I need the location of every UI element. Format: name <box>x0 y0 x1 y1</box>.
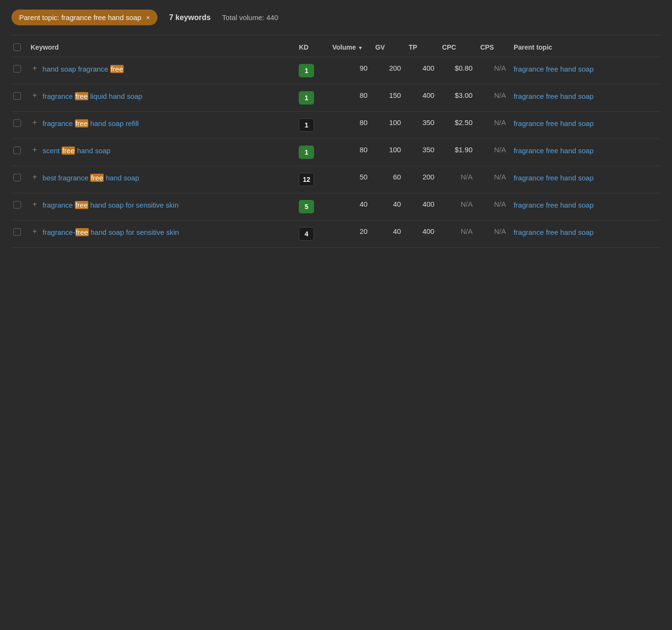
keyword-text-4[interactable]: best fragrance free hand soap <box>42 173 139 183</box>
row-checkbox-4[interactable] <box>13 174 21 181</box>
table-row: +fragrance free hand soap refill18010035… <box>11 112 661 139</box>
parent-topic-cell-3[interactable]: fragrance free hand soap <box>510 139 661 166</box>
cps-cell-3: N/A <box>476 139 510 166</box>
cps-cell-6: N/A <box>476 220 510 248</box>
col-header-kd[interactable]: KD <box>295 37 328 57</box>
cps-cell-1: N/A <box>476 84 510 112</box>
col-header-cpc[interactable]: CPC <box>438 37 476 57</box>
main-container: Parent topic: fragrance free hand soap ×… <box>0 0 672 257</box>
kd-cell-0: 1 <box>295 57 328 84</box>
keyword-cell-0: +hand soap fragrance free <box>27 57 295 84</box>
col-header-gv[interactable]: GV <box>371 37 405 57</box>
keyword-cell-2: +fragrance free hand soap refill <box>27 112 295 139</box>
add-keyword-btn-0[interactable]: + <box>31 64 39 73</box>
row-checkbox-3[interactable] <box>13 147 21 154</box>
cps-cell-5: N/A <box>476 193 510 220</box>
kd-cell-2: 1 <box>295 112 328 139</box>
volume-cell-1: 80 <box>328 84 371 112</box>
parent-topic-link-3[interactable]: fragrance free hand soap <box>514 147 594 155</box>
kd-badge-0: 1 <box>299 64 314 77</box>
tp-cell-0: 400 <box>405 57 438 84</box>
parent-topic-cell-5[interactable]: fragrance free hand soap <box>510 193 661 220</box>
parent-topic-link-0[interactable]: fragrance free hand soap <box>514 65 594 73</box>
gv-cell-3: 100 <box>371 139 405 166</box>
gv-cell-4: 60 <box>371 166 405 193</box>
col-header-tp[interactable]: TP <box>405 37 438 57</box>
keyword-cell-1: +fragrance free liquid hand soap <box>27 84 295 112</box>
parent-topic-cell-4[interactable]: fragrance free hand soap <box>510 166 661 193</box>
gv-cell-0: 200 <box>371 57 405 84</box>
parent-topic-badge[interactable]: Parent topic: fragrance free hand soap × <box>11 10 158 25</box>
row-checkbox-2[interactable] <box>13 119 21 127</box>
parent-topic-link-5[interactable]: fragrance free hand soap <box>514 201 594 209</box>
keyword-highlight: free <box>62 147 75 155</box>
col-header-cps[interactable]: CPS <box>476 37 510 57</box>
close-icon[interactable]: × <box>146 14 150 21</box>
row-checkbox-6[interactable] <box>13 228 21 236</box>
gv-cell-5: 40 <box>371 193 405 220</box>
keyword-text-5[interactable]: fragrance free hand soap for sensitive s… <box>42 200 178 210</box>
add-keyword-btn-6[interactable]: + <box>31 227 39 236</box>
parent-topic-cell-0[interactable]: fragrance free hand soap <box>510 57 661 84</box>
add-keyword-btn-1[interactable]: + <box>31 91 39 100</box>
keyword-cell-5: +fragrance free hand soap for sensitive … <box>27 193 295 220</box>
parent-topic-link-2[interactable]: fragrance free hand soap <box>514 119 594 127</box>
row-checkbox-1[interactable] <box>13 92 21 100</box>
cps-cell-4: N/A <box>476 166 510 193</box>
add-keyword-btn-2[interactable]: + <box>31 118 39 127</box>
tp-cell-5: 400 <box>405 193 438 220</box>
col-header-parent-topic[interactable]: Parent topic <box>510 37 661 57</box>
kd-cell-3: 1 <box>295 139 328 166</box>
col-header-volume[interactable]: Volume ▾ <box>328 37 371 57</box>
keyword-highlight: free <box>75 228 89 236</box>
keyword-highlight: free <box>90 174 104 182</box>
total-volume: Total volume: 440 <box>222 13 278 21</box>
kd-badge-1: 1 <box>299 91 314 105</box>
gv-cell-6: 40 <box>371 220 405 248</box>
keyword-text-6[interactable]: fragrance-free hand soap for sensitive s… <box>42 227 179 237</box>
add-keyword-btn-3[interactable]: + <box>31 146 39 154</box>
add-keyword-btn-5[interactable]: + <box>31 200 39 209</box>
table-row: +best fragrance free hand soap125060200N… <box>11 166 661 193</box>
parent-topic-label: Parent topic: fragrance free hand soap <box>19 13 141 21</box>
parent-topic-link-6[interactable]: fragrance free hand soap <box>514 228 594 236</box>
cpc-cell-4: N/A <box>438 166 476 193</box>
parent-topic-link-1[interactable]: fragrance free hand soap <box>514 92 594 100</box>
parent-topic-cell-2[interactable]: fragrance free hand soap <box>510 112 661 139</box>
tp-cell-1: 400 <box>405 84 438 112</box>
table-row: +fragrance free liquid hand soap18015040… <box>11 84 661 112</box>
keyword-text-3[interactable]: scent free hand soap <box>42 146 110 156</box>
volume-cell-3: 80 <box>328 139 371 166</box>
kd-cell-1: 1 <box>295 84 328 112</box>
select-all-checkbox[interactable] <box>13 43 21 51</box>
keyword-text-2[interactable]: fragrance free hand soap refill <box>42 118 138 128</box>
kd-cell-5: 5 <box>295 193 328 220</box>
row-checkbox-5[interactable] <box>13 201 21 209</box>
cpc-cell-2: $2.50 <box>438 112 476 139</box>
keyword-highlight: free <box>75 119 88 127</box>
parent-topic-cell-6[interactable]: fragrance free hand soap <box>510 220 661 248</box>
kd-badge-4: 12 <box>299 173 314 186</box>
col-header-keyword[interactable]: Keyword <box>27 37 295 57</box>
sort-arrow-icon: ▾ <box>359 45 362 51</box>
keyword-text-1[interactable]: fragrance free liquid hand soap <box>42 91 142 101</box>
add-keyword-btn-4[interactable]: + <box>31 173 39 181</box>
parent-topic-link-4[interactable]: fragrance free hand soap <box>514 174 594 182</box>
keyword-highlight: free <box>110 65 124 73</box>
col-header-checkbox <box>11 37 27 57</box>
row-checkbox-0[interactable] <box>13 65 21 73</box>
table-header-row: Keyword KD Volume ▾ GV TP CPC CPS Parent… <box>11 37 661 57</box>
kd-badge-5: 5 <box>299 200 314 213</box>
parent-topic-cell-1[interactable]: fragrance free hand soap <box>510 84 661 112</box>
gv-cell-1: 150 <box>371 84 405 112</box>
header: Parent topic: fragrance free hand soap ×… <box>11 10 661 25</box>
keyword-text-0[interactable]: hand soap fragrance free <box>42 64 124 74</box>
volume-cell-4: 50 <box>328 166 371 193</box>
kd-badge-2: 1 <box>299 118 314 132</box>
volume-cell-2: 80 <box>328 112 371 139</box>
cpc-cell-3: $1.90 <box>438 139 476 166</box>
cpc-cell-6: N/A <box>438 220 476 248</box>
gv-cell-2: 100 <box>371 112 405 139</box>
table-row: +scent free hand soap180100350$1.90N/Afr… <box>11 139 661 166</box>
cpc-cell-5: N/A <box>438 193 476 220</box>
